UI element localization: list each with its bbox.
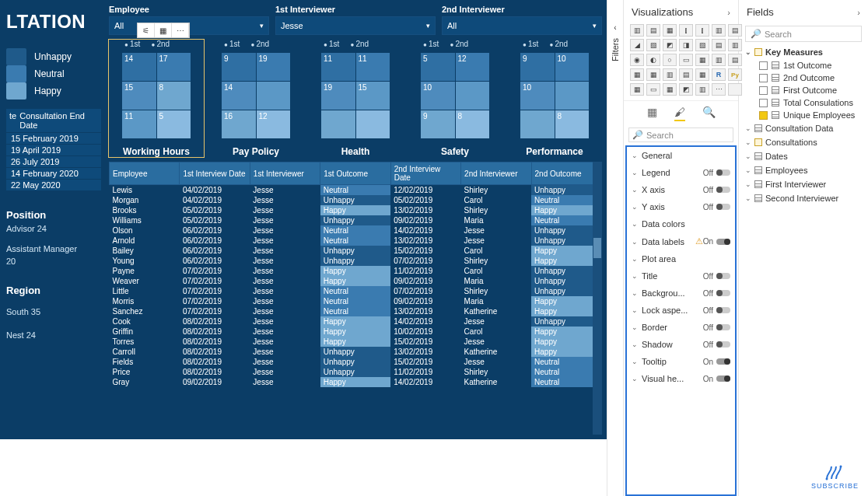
toggle-switch[interactable]: On: [703, 375, 730, 383]
dates-list[interactable]: 15 February 201919 April 201926 July 201…: [6, 132, 101, 190]
toggle-switch[interactable]: Off: [703, 289, 730, 298]
format-option-border[interactable]: ⌄BorderOff: [627, 319, 735, 336]
field-unique-employees[interactable]: Unique Employees: [739, 109, 868, 121]
slicer-1st-interviewer[interactable]: 1st Interviewer Jesse▾: [275, 5, 436, 35]
table-row[interactable]: Lewis04/02/2019JesseNeutral12/02/2019Shi…: [110, 185, 602, 196]
field-table-consultation-data[interactable]: ⌄Consultation Data: [739, 121, 868, 135]
column-header[interactable]: 2nd Interviewer: [461, 162, 531, 185]
field-table-second-interviewer[interactable]: ⌄Second Interviewer: [739, 191, 868, 205]
table-row[interactable]: Carroll08/02/2019JesseUnhappy13/02/2019K…: [110, 347, 602, 357]
vertical-scrollbar[interactable]: [593, 162, 602, 435]
visual-header-tools[interactable]: ⚟▦⋯: [137, 23, 190, 38]
viz-type-icon[interactable]: ▤: [679, 68, 693, 81]
checkbox[interactable]: [759, 86, 768, 95]
treemap-safety[interactable]: 1st2nd5121098Safety: [408, 40, 502, 157]
visualization-type-grid[interactable]: ▥▤▦⫿⫿▥▤◢▧◩◨▧▤▥◉◐○▭▦▥▤▦▦▥▤▦RPy▦▭▦◩▥⋯: [624, 23, 738, 100]
format-option-lock-aspe-[interactable]: ⌄Lock aspe...Off: [627, 302, 735, 319]
format-option-backgrou-[interactable]: ⌄Backgrou...Off: [627, 285, 735, 302]
format-option-x-axis[interactable]: ⌄X axisOff: [627, 181, 735, 198]
viz-type-icon[interactable]: ◩: [679, 83, 693, 96]
viz-type-icon[interactable]: ▥: [630, 24, 644, 37]
fields-search[interactable]: 🔎 Search: [745, 26, 862, 42]
column-header[interactable]: 1st Interview Date: [180, 162, 250, 185]
date-row[interactable]: 14 February 2020: [6, 167, 101, 179]
viz-type-icon[interactable]: ⋯: [712, 83, 726, 96]
analytics-tab-icon[interactable]: 🔍: [702, 106, 716, 121]
format-option-visual-he-[interactable]: ⌄Visual he...On: [627, 370, 735, 387]
slicer-2nd-interviewer[interactable]: 2nd Interviewer All▾: [442, 5, 602, 35]
treemap-health[interactable]: 1st2nd11111915Health: [308, 40, 403, 157]
viz-type-icon[interactable]: ▦: [663, 24, 677, 37]
viz-type-icon[interactable]: ⫿: [679, 24, 693, 37]
table-row[interactable]: Torres08/02/2019JesseHappy15/02/2019Jess…: [110, 337, 602, 347]
table-row[interactable]: Gray09/02/2019JesseHappy14/02/2019Kather…: [110, 377, 602, 387]
toggle-switch[interactable]: Off: [703, 169, 730, 177]
filters-pane-collapsed[interactable]: ‹ Filters: [607, 0, 624, 496]
focus-icon[interactable]: ▦: [155, 23, 172, 37]
treemap-working-hours[interactable]: ⚟▦⋯1st2nd1417158115Working Hours: [109, 40, 204, 157]
viz-type-icon[interactable]: ⫿: [695, 24, 709, 37]
viz-type-icon[interactable]: ▦: [695, 68, 709, 81]
viz-type-icon[interactable]: ◢: [630, 39, 644, 51]
viz-type-icon[interactable]: ▧: [695, 39, 709, 51]
format-option-legend[interactable]: ⌄LegendOff: [627, 164, 735, 181]
toggle-switch[interactable]: On: [703, 358, 730, 366]
more-icon[interactable]: ⋯: [172, 23, 189, 37]
table-row[interactable]: Cook08/02/2019JesseHappy14/02/2019JesseU…: [110, 316, 602, 327]
field-first-outcome[interactable]: First Outcome: [739, 84, 868, 96]
date-row[interactable]: 22 May 2020: [6, 179, 101, 190]
field-2nd-outcome[interactable]: 2nd Outcome: [739, 72, 868, 84]
column-header[interactable]: 1st Interviewer: [250, 162, 320, 185]
field-table-first-interviewer[interactable]: ⌄First Interviewer: [739, 177, 868, 191]
table-row[interactable]: Arnold06/02/2019JesseNeutral13/02/2019Je…: [110, 236, 602, 246]
table-row[interactable]: Williams05/02/2019JesseUnhappy09/02/2019…: [110, 215, 602, 225]
toggle-switch[interactable]: Off: [703, 306, 730, 315]
format-option-shadow[interactable]: ⌄ShadowOff: [627, 336, 735, 353]
checkbox[interactable]: [759, 111, 768, 120]
viz-type-icon[interactable]: ◉: [630, 54, 644, 66]
field-table-dates[interactable]: ⌄Dates: [739, 149, 868, 163]
viz-type-icon[interactable]: ◩: [663, 39, 677, 51]
collapse-pane-icon[interactable]: ›: [857, 8, 860, 17]
viz-type-icon[interactable]: ▭: [646, 83, 660, 96]
format-option-general[interactable]: ⌄General: [627, 147, 735, 164]
table-row[interactable]: Weaver07/02/2019JesseHappy09/02/2019Mari…: [110, 276, 602, 286]
checkbox[interactable]: [759, 99, 768, 107]
field-table-consultations[interactable]: ⌄Consultations: [739, 135, 868, 149]
format-tab-icon[interactable]: 🖌: [674, 106, 685, 121]
toggle-switch[interactable]: Off: [703, 186, 730, 194]
treemap-performance[interactable]: 1st2nd910108Performance: [507, 40, 602, 157]
table-row[interactable]: Price08/02/2019JesseUnhappy11/02/2019Shi…: [110, 367, 602, 377]
field-total-consulations[interactable]: Total Consulations: [739, 96, 868, 109]
field-1st-outcome[interactable]: 1st Outcome: [739, 59, 868, 72]
toggle-switch[interactable]: Off: [703, 323, 730, 332]
data-table-container[interactable]: Employee1st Interview Date1st Interviewe…: [109, 162, 602, 435]
column-header[interactable]: 1st Outcome: [320, 162, 390, 185]
viz-type-icon[interactable]: ▥: [695, 83, 709, 96]
viz-type-icon[interactable]: ▥: [712, 24, 726, 37]
collapse-pane-icon[interactable]: ›: [727, 8, 730, 17]
table-row[interactable]: Bailey06/02/2019JesseUnhappy15/02/2019Ca…: [110, 246, 602, 256]
toggle-switch[interactable]: On: [703, 237, 730, 246]
date-row[interactable]: 19 April 2019: [6, 144, 101, 155]
table-row[interactable]: Olson06/02/2019JesseNeutral14/02/2019Jes…: [110, 225, 602, 236]
viz-type-icon[interactable]: ▦: [663, 83, 677, 96]
table-row[interactable]: Fields08/02/2019JesseUnhappy15/02/2019Je…: [110, 357, 602, 367]
viz-type-icon[interactable]: ▦: [695, 54, 709, 66]
viz-type-icon[interactable]: ○: [663, 54, 677, 66]
viz-type-icon[interactable]: ▦: [646, 68, 660, 81]
viz-type-icon[interactable]: ◨: [679, 39, 693, 51]
date-row[interactable]: 26 July 2019: [6, 155, 101, 167]
table-row[interactable]: Brooks05/02/2019JesseHappy13/02/2019Shir…: [110, 205, 602, 215]
toggle-switch[interactable]: Off: [703, 341, 730, 349]
viz-type-icon[interactable]: ▦: [630, 83, 644, 96]
treemap-pay-policy[interactable]: 1st2nd919141612Pay Policy: [208, 40, 303, 157]
viz-type-icon[interactable]: ▦: [630, 68, 644, 81]
format-option-title[interactable]: ⌄TitleOff: [627, 267, 735, 285]
data-table[interactable]: Employee1st Interview Date1st Interviewe…: [109, 162, 602, 387]
format-option-data-labels[interactable]: ⌄Data labels⚠On: [627, 232, 735, 250]
date-row[interactable]: 15 February 2019: [6, 132, 101, 144]
format-option-tooltip[interactable]: ⌄TooltipOn: [627, 353, 735, 370]
viz-type-icon[interactable]: ▥: [712, 54, 726, 66]
table-row[interactable]: Sanchez07/02/2019JesseNeutral13/02/2019K…: [110, 306, 602, 316]
